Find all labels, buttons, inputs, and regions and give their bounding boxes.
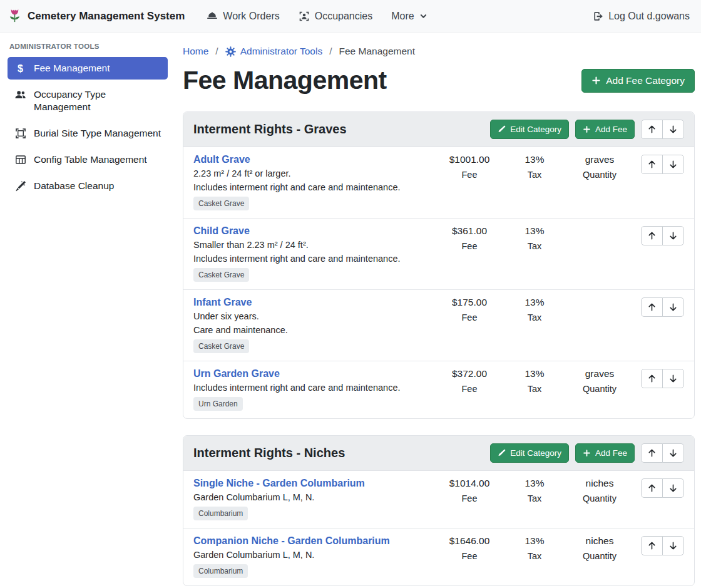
fee-name-link[interactable]: Urn Garden Grave [193,368,280,379]
sidebar-item-occupancy-type-management[interactable]: Occupancy Type Management [8,83,168,118]
fee-amount-cell: $175.00 Fee [437,297,502,322]
fee-reorder-group [641,536,684,555]
fee-name-link[interactable]: Single Niche - Garden Columbarium [193,478,365,489]
fee-name-link[interactable]: Infant Grave [193,297,252,308]
fee-descriptions: Includes interment right and care and ma… [193,383,433,393]
arrow-down-icon [668,302,678,312]
nav-item-work-orders[interactable]: Work Orders [197,6,289,27]
add-fee-category-button[interactable]: Add Fee Category [581,69,695,93]
nav-item-occupancies[interactable]: Occupancies [289,6,382,27]
edit-category-button[interactable]: Edit Category [490,120,569,139]
fee-amount: $175.00 [437,297,502,308]
move-category-up-button[interactable] [641,443,663,463]
move-category-down-button[interactable] [662,443,684,463]
fee-amount: $372.00 [437,368,502,379]
move-fee-down-button[interactable] [662,369,684,388]
breadcrumb-administrator-tools[interactable]: Administrator Tools [225,46,323,57]
navbar-links: Work Orders Occupancies More [197,6,436,27]
fee-info: Urn Garden Grave Includes interment righ… [193,368,437,411]
quantity-label: Quantity [567,493,632,503]
tax-value: 13% [502,368,567,379]
breadcrumb-label: Home [183,46,208,57]
move-fee-up-button[interactable] [641,297,663,317]
sidebar-item-fee-management[interactable]: $ Fee Management [8,57,168,80]
tax-cell: 13% Tax [502,154,567,180]
fee-reorder-group [641,155,684,174]
main-content: Home / [175,33,701,588]
fee-row: Adult Grave 2.23 m² / 24 ft² or larger.I… [183,147,694,219]
breadcrumb-separator: / [329,46,332,57]
nav-item-more[interactable]: More [382,6,436,27]
arrow-down-icon [668,541,678,550]
fee-info: Companion Niche - Garden Columbarium Gar… [193,535,437,578]
tax-label: Tax [502,241,567,251]
fee-info: Child Grave Smaller than 2.23 m² / 24 ft… [193,225,437,282]
add-fee-category-label: Add Fee Category [606,75,685,86]
tax-label: Tax [502,312,567,322]
move-fee-up-button[interactable] [641,155,663,174]
fee-amount-cell: $372.00 Fee [437,368,502,394]
sidebar-item-database-cleanup[interactable]: Database Cleanup [8,175,168,197]
breadcrumb-home[interactable]: Home [183,46,208,57]
fee-info: Single Niche - Garden Columbarium Garden… [193,478,437,520]
tax-value: 13% [502,535,567,547]
move-fee-down-button[interactable] [662,536,684,555]
fee-row: Urn Garden Grave Includes interment righ… [183,361,694,418]
sidebar-item-burial-site-type-management[interactable]: Burial Site Type Management [8,122,168,145]
fee-descriptions: Garden Columbarium L, M, N. [193,492,433,502]
arrow-down-icon [668,483,678,493]
pencil-icon [498,449,506,457]
logout-button[interactable]: Log Out d.gowans [583,6,690,27]
move-fee-down-button[interactable] [662,155,684,174]
quantity-cell: niches Quantity [567,478,632,503]
move-category-down-button[interactable] [662,120,684,139]
edit-category-button[interactable]: Edit Category [490,443,569,463]
plus-icon [583,125,591,133]
move-fee-down-button[interactable] [662,478,684,498]
arrow-down-icon [668,160,678,169]
move-fee-up-button[interactable] [641,478,663,498]
title-row: Fee Management Add Fee Category [183,66,695,95]
brand[interactable]: Cemetery Management System [8,8,185,24]
fee-badge: Casket Grave [193,339,249,353]
hard-hat-icon [207,11,218,22]
fee-name-link[interactable]: Adult Grave [193,154,250,165]
category-reorder-group [641,443,684,463]
sidebar-item-config-table-management[interactable]: Config Table Management [8,148,168,171]
fee-name-link[interactable]: Companion Niche - Garden Columbarium [193,535,390,547]
page-layout: ADMINISTRATOR TOOLS $ Fee Management Occ… [0,33,701,588]
edit-category-label: Edit Category [510,448,561,458]
move-fee-down-button[interactable] [662,226,684,245]
category-header: Interment Rights - Niches Edit Category … [183,436,694,471]
nav-item-label: Work Orders [223,11,279,22]
add-fee-button[interactable]: Add Fee [575,120,635,139]
arrow-up-icon [647,231,657,240]
tax-label: Tax [502,384,567,394]
nav-item-label: More [391,11,414,22]
nav-item-label: Occupancies [315,11,373,22]
wand-icon [14,180,27,192]
quantity-value: graves [567,368,632,379]
brand-title: Cemetery Management System [28,10,185,23]
tax-value: 13% [502,154,567,165]
move-category-up-button[interactable] [641,120,663,139]
fee-reorder-group [641,478,684,498]
move-fee-up-button[interactable] [641,369,663,388]
fee-amount-label: Fee [437,551,502,561]
fee-amount-label: Fee [437,493,502,503]
move-fee-down-button[interactable] [662,297,684,317]
fee-amount: $1014.00 [437,478,502,489]
move-fee-up-button[interactable] [641,536,663,555]
fee-name-link[interactable]: Child Grave [193,225,250,237]
tax-value: 13% [502,297,567,308]
category-actions: Edit Category Add Fee [490,443,684,463]
breadcrumb-current: Fee Management [339,46,416,57]
add-fee-button[interactable]: Add Fee [575,443,635,463]
fee-reorder-group [641,226,684,245]
arrow-up-icon [647,541,657,550]
move-fee-up-button[interactable] [641,226,663,245]
sidebar-heading: ADMINISTRATOR TOOLS [9,43,168,50]
tax-cell: 13% Tax [502,368,567,394]
fee-row: Child Grave Smaller than 2.23 m² / 24 ft… [183,219,694,290]
tulip-logo-icon [8,8,22,24]
